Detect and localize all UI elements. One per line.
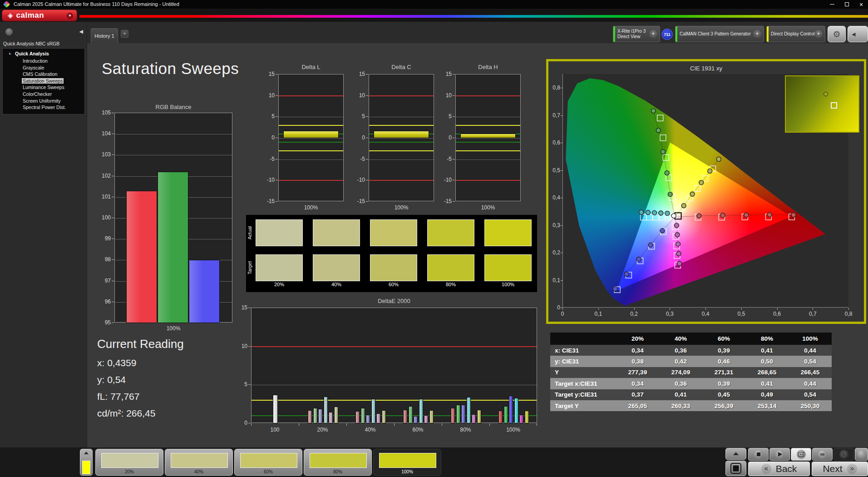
chevron-down-icon[interactable]: ▼ (814, 30, 823, 38)
next-button[interactable]: Next » (812, 462, 868, 476)
sidebar-item-spectral-power-dist-[interactable]: Spectral Power Dist. (3, 104, 84, 111)
gridline (279, 138, 343, 139)
y-tick-label: 5 (432, 113, 452, 119)
sidebar: ◀ Quick Analysis NBC sRGB Quick Analysis… (0, 22, 87, 447)
y-tick-label: 5 (255, 113, 275, 119)
pattern-label: 20% (96, 469, 163, 474)
display-control-button[interactable]: Direct Display Control ▼ (766, 26, 825, 42)
measured-point (659, 211, 663, 215)
target-point (660, 135, 666, 141)
calman-menu-button[interactable]: ◈ calman ▼ (2, 10, 77, 21)
deltae-bar (382, 410, 386, 423)
quick-pattern-button[interactable] (80, 449, 93, 476)
chevron-down-icon[interactable]: ▼ (753, 30, 761, 38)
y-tick-label: 104 (96, 130, 111, 137)
deltae-bar (456, 405, 460, 423)
pattern-button-60%[interactable]: 60% (234, 449, 302, 476)
meter-device-button[interactable]: X-Rite i1Pro 3Direct View ▼ (613, 26, 660, 42)
table-cell: 256,39 (702, 400, 745, 411)
pattern-swatch (101, 453, 158, 468)
pattern-label: 60% (235, 469, 302, 474)
next-label: Next (823, 463, 842, 474)
sidebar-item-introduction[interactable]: Introduction (3, 58, 84, 65)
sidebar-item-luminance-sweeps[interactable]: Luminance Sweeps (3, 84, 84, 91)
delta-bar (283, 131, 339, 138)
maximize-button[interactable] (840, 0, 853, 9)
pattern-options-button[interactable] (725, 448, 746, 460)
measured-point (646, 210, 650, 215)
y-tick-mark (276, 180, 278, 180)
deltae-bar (472, 414, 476, 423)
gridline (456, 159, 520, 160)
measured-point (681, 204, 686, 208)
stop-button[interactable] (748, 448, 769, 461)
tree-root[interactable]: Quick Analysis (3, 51, 84, 58)
close-button[interactable]: × (854, 0, 868, 9)
collapse-sidebar-icon[interactable]: ◀ (79, 29, 83, 35)
table-row-label: Target x:CIE31 (550, 378, 616, 389)
pattern-button-100%[interactable]: 100% (373, 449, 441, 476)
gear-icon[interactable]: ⚙ (828, 26, 846, 42)
measure-button[interactable] (791, 448, 811, 461)
sidebar-item-grayscale[interactable]: Grayscale (3, 65, 84, 71)
measured-point (676, 242, 681, 246)
delta-c-chart: Delta C151050-5-10-15100% (345, 64, 440, 218)
table-row: Target x:CIE310,340,360,390,410,44 (550, 378, 832, 389)
sidebar-item-cms-calibration[interactable]: CMS Calibration (3, 71, 84, 78)
y-tick-mark (276, 138, 278, 138)
y-tick-label: -15 (432, 198, 452, 204)
sidebar-item-saturation-sweeps[interactable]: Saturation Sweeps (3, 78, 84, 84)
workflow-options-icon[interactable] (5, 28, 13, 35)
extra-button[interactable] (855, 448, 868, 461)
yellow-limit-line (279, 150, 343, 151)
pattern-button-40%[interactable]: 40% (165, 449, 233, 476)
delta-plot (369, 74, 434, 201)
workflow-tree: Quick Analysis IntroductionGrayscaleCMS … (2, 48, 85, 114)
tab-history-1[interactable]: History 1 (91, 28, 118, 43)
collapse-panel-button[interactable]: ◀ (848, 26, 868, 42)
app-window: Calman 2025 Calman Ultimate for Business… (0, 0, 868, 477)
chevron-down-icon[interactable]: ▼ (649, 30, 657, 38)
sidebar-item-screen-uniformity[interactable]: Screen Uniformity (3, 98, 84, 104)
measured-point (716, 157, 721, 161)
y-tick-label: 5 (345, 113, 365, 119)
table-cell: 0,54 (789, 389, 832, 400)
back-button[interactable]: « Back (748, 462, 810, 476)
y-tick-mark (366, 201, 368, 202)
table-cell: 266,45 (789, 367, 832, 378)
play-button[interactable] (769, 448, 790, 461)
y-tick-label: 0 (432, 134, 452, 141)
continuous-measure-button[interactable]: ∞ (812, 448, 833, 461)
pattern-window-button[interactable] (725, 461, 746, 476)
meter-count-badge[interactable]: 711 (661, 29, 673, 40)
table-cell: 0,34 (616, 345, 659, 356)
x-tick-mark (346, 423, 347, 426)
table-cell: 0,39 (702, 345, 745, 356)
add-tab-button[interactable]: + (121, 30, 128, 38)
gridline (369, 117, 434, 117)
table-cell: 0,49 (745, 389, 789, 400)
pattern-button-80%[interactable]: 80% (304, 449, 372, 476)
y-tick-label: 15 (227, 304, 247, 311)
y-tick-label: 96 (96, 298, 111, 305)
deltae-bar (329, 412, 333, 423)
yellow-limit-line (369, 125, 434, 126)
x-tick-mark (670, 308, 670, 310)
y-tick-label: -5 (345, 156, 365, 162)
calman-logo-text: calman (16, 11, 44, 20)
pattern-generator-button[interactable]: CalMAN Client 3 Pattern Generator ▼ (675, 26, 764, 42)
x-tick-mark (741, 308, 742, 310)
measured-point (636, 257, 641, 262)
table-cell: 253,14 (745, 400, 789, 411)
sync-button[interactable] (833, 448, 854, 461)
y-tick-mark (112, 302, 114, 302)
red-limit-line (369, 95, 434, 96)
pattern-button-20%[interactable]: 20% (95, 449, 163, 476)
chart-title: RGB Balance (114, 104, 232, 110)
x-group-label: 80% (448, 427, 484, 433)
sidebar-item-colorchecker[interactable]: ColorChecker (3, 91, 84, 98)
minimize-button[interactable] (825, 0, 839, 9)
red-limit-line (252, 346, 537, 347)
table-cell: 0,41 (745, 378, 789, 389)
cie-1931-panel[interactable]: CIE 1931 xy 00,10,20,30,40,50,60,70,800,… (546, 59, 866, 324)
